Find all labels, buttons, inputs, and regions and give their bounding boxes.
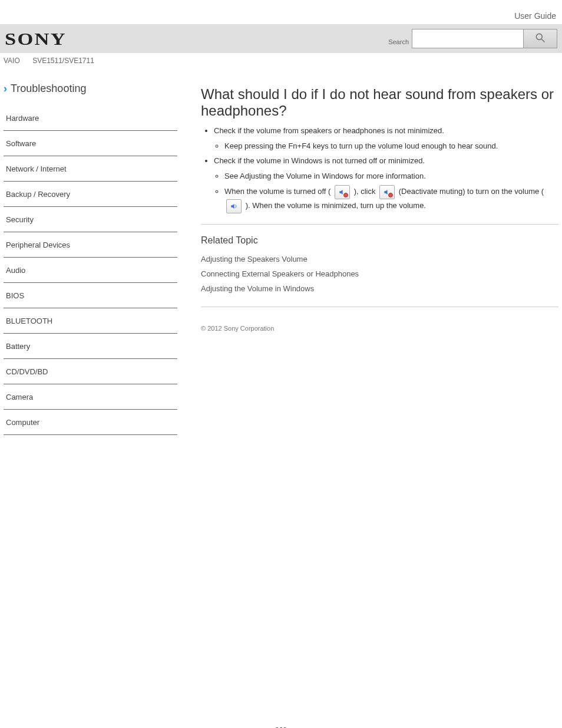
bullet-text: ). When the volume is minimized, turn up…: [246, 201, 426, 210]
article-title: What should I do if I do not hear sound …: [201, 86, 558, 119]
sidebar-item-computer[interactable]: Computer: [4, 410, 177, 435]
model-row: VAIO SVE1511/SVE1711: [0, 53, 562, 65]
sidebar-item-disc[interactable]: CD/DVD/BD: [4, 359, 177, 384]
search-button[interactable]: [524, 29, 557, 48]
guide-title: User Guide: [514, 11, 556, 21]
speaker-volume-icon: [226, 199, 242, 213]
bullet-text: ), click: [354, 187, 378, 196]
sidebar-heading[interactable]: › Troubleshooting: [4, 83, 177, 95]
sidebar-item-camera[interactable]: Camera: [4, 384, 177, 410]
related-heading: Related Topic: [201, 235, 558, 246]
sidebar-item-software[interactable]: Software: [4, 131, 177, 156]
bullet-sub-item: When the volume is turned off ( ), click…: [224, 185, 558, 213]
header-bar: SONY Search: [0, 24, 562, 53]
bullet-text: (Deactivate muting) to turn on the volum…: [399, 187, 541, 196]
model-brand: VAIO: [4, 57, 20, 65]
related-item[interactable]: Connecting External Speakers or Headphon…: [201, 266, 558, 281]
bullet-item: Check if the volume from speakers or hea…: [214, 125, 558, 137]
bullet-sub-item: See Adjusting the Volume in Windows for …: [224, 170, 558, 182]
chevron-right-icon: ›: [4, 83, 7, 95]
sidebar-item-peripheral[interactable]: Peripheral Devices: [4, 232, 177, 258]
speaker-muted-icon: [335, 185, 350, 199]
copyright: © 2012 Sony Corporation: [201, 325, 558, 332]
article-bullets: Check if the volume from speakers or hea…: [214, 125, 558, 213]
divider: [201, 224, 558, 225]
sidebar-item-bios[interactable]: BIOS: [4, 283, 177, 308]
sony-logo: SONY: [5, 29, 67, 49]
model-series: SVE1511/SVE1711: [32, 57, 94, 65]
related-item[interactable]: Adjusting the Speakers Volume: [201, 252, 558, 266]
bullet-sub-item: Keep pressing the Fn+F4 keys to turn up …: [224, 140, 558, 152]
bullet-item: Check if the volume in Windows is not tu…: [214, 155, 558, 167]
bullet-text: (: [541, 187, 544, 196]
search-label: Search: [388, 38, 409, 45]
sidebar-item-battery[interactable]: Battery: [4, 334, 177, 359]
svg-point-0: [536, 34, 542, 39]
sidebar: › Troubleshooting Hardware Software Netw…: [4, 83, 177, 435]
sidebar-heading-label: Troubleshooting: [11, 83, 86, 95]
magnifier-icon: [534, 32, 546, 45]
sidebar-item-backup[interactable]: Backup / Recovery: [4, 182, 177, 207]
search-wrap: [412, 29, 557, 48]
search-input[interactable]: [412, 29, 524, 48]
related-item[interactable]: Adjusting the Volume in Windows: [201, 281, 558, 296]
main-content: What should I do if I do not hear sound …: [177, 83, 558, 435]
sidebar-item-network[interactable]: Network / Internet: [4, 156, 177, 182]
sidebar-item-hardware[interactable]: Hardware: [4, 106, 177, 131]
sidebar-item-audio[interactable]: Audio: [4, 258, 177, 283]
sidebar-item-security[interactable]: Security: [4, 207, 177, 232]
speaker-muted-icon: [379, 185, 395, 199]
sidebar-item-bluetooth[interactable]: BLUETOOTH: [4, 308, 177, 334]
svg-line-1: [542, 39, 545, 42]
bullet-text: When the volume is turned off (: [224, 187, 330, 196]
related-list: Adjusting the Speakers Volume Connecting…: [201, 252, 558, 296]
divider: [201, 307, 558, 307]
